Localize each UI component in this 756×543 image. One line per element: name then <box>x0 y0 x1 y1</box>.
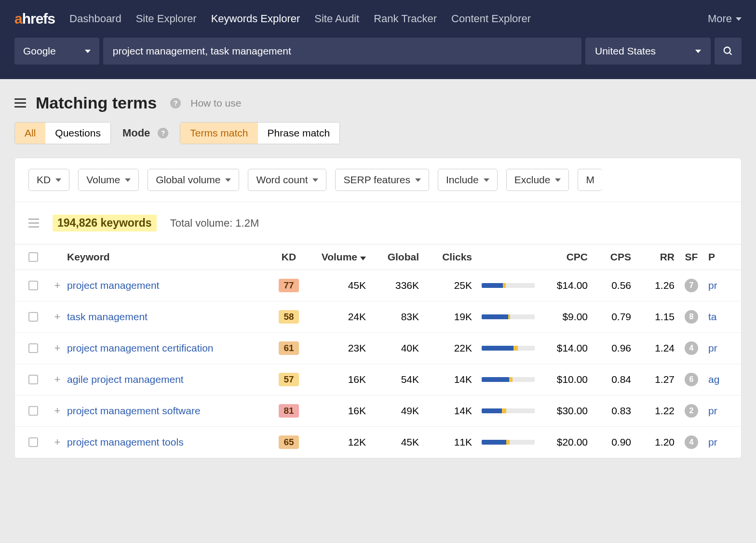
filter-exclude[interactable]: Exclude <box>506 169 569 191</box>
expand-row[interactable]: + <box>48 279 67 292</box>
keyword-link[interactable]: project management tools <box>67 436 270 448</box>
tab-all[interactable]: All <box>15 122 45 144</box>
expand-row[interactable]: + <box>48 311 67 323</box>
chevron-down-icon <box>312 178 318 182</box>
cell-parent[interactable]: ag <box>708 374 728 385</box>
row-checkbox[interactable] <box>28 281 38 290</box>
filter-include[interactable]: Include <box>438 169 498 191</box>
table-row: +project management certification6123K40… <box>15 333 741 364</box>
logo[interactable]: ahrefs <box>14 11 55 27</box>
cell-cps: 0.56 <box>588 280 631 291</box>
col-cpc[interactable]: CPC <box>535 251 588 263</box>
country-select[interactable]: United States <box>585 38 711 65</box>
row-checkbox[interactable] <box>28 437 38 447</box>
filter-volume[interactable]: Volume <box>78 169 139 191</box>
nav-more[interactable]: More <box>708 13 742 25</box>
keyword-link[interactable]: project management <box>67 280 270 291</box>
sort-desc-icon <box>360 257 366 260</box>
col-volume[interactable]: Volume <box>308 251 366 263</box>
row-checkbox[interactable] <box>28 312 38 322</box>
col-sf[interactable]: SF <box>675 251 708 263</box>
filter-m[interactable]: M <box>578 169 602 191</box>
col-parent[interactable]: P <box>708 251 728 263</box>
cell-parent[interactable]: pr <box>708 436 728 448</box>
sf-badge[interactable]: 4 <box>685 435 698 449</box>
cell-parent[interactable]: ta <box>708 311 728 323</box>
filter-kd[interactable]: KD <box>28 169 69 191</box>
cell-global: 49K <box>366 405 419 417</box>
filter-word-count[interactable]: Word count <box>248 169 326 191</box>
keyword-link[interactable]: task management <box>67 311 270 323</box>
filter-serp-features[interactable]: SERP features <box>335 169 429 191</box>
nav-site-audit[interactable]: Site Audit <box>314 13 359 25</box>
cell-clicks: 25K <box>419 280 472 291</box>
sf-badge[interactable]: 4 <box>685 341 698 355</box>
columns-toggle[interactable] <box>28 218 39 228</box>
chevron-down-icon <box>695 50 701 53</box>
chevron-down-icon <box>225 178 231 182</box>
help-icon[interactable]: ? <box>158 128 168 138</box>
nav-content-explorer[interactable]: Content Explorer <box>451 13 531 25</box>
col-global[interactable]: Global <box>366 251 419 263</box>
cell-rr: 1.26 <box>631 280 675 291</box>
keyword-input[interactable] <box>103 38 581 65</box>
nav-keywords-explorer[interactable]: Keywords Explorer <box>211 13 300 25</box>
tab-group-mode: Terms match Phrase match <box>180 122 340 144</box>
how-to-use-link[interactable]: How to use <box>190 97 241 109</box>
search-icon <box>723 46 733 56</box>
row-checkbox[interactable] <box>28 406 38 416</box>
tab-questions[interactable]: Questions <box>45 122 110 144</box>
search-button[interactable] <box>715 38 742 65</box>
nav-site-explorer[interactable]: Site Explorer <box>136 13 197 25</box>
chevron-down-icon <box>415 178 421 182</box>
nav-dashboard[interactable]: Dashboard <box>69 13 122 25</box>
col-kd[interactable]: KD <box>270 251 308 263</box>
keyword-link[interactable]: project management software <box>67 405 270 417</box>
chevron-down-icon <box>85 50 91 53</box>
select-all-checkbox[interactable] <box>28 252 38 262</box>
main-nav: ahrefs Dashboard Site Explorer Keywords … <box>14 0 742 38</box>
sf-badge[interactable]: 6 <box>685 373 698 386</box>
cell-parent[interactable]: pr <box>708 405 728 417</box>
svg-point-0 <box>724 47 730 54</box>
col-clicks[interactable]: Clicks <box>419 251 472 263</box>
keyword-count: 194,826 keywords <box>53 215 157 231</box>
app-header: ahrefs Dashboard Site Explorer Keywords … <box>0 0 756 79</box>
cell-parent[interactable]: pr <box>708 280 728 291</box>
clicks-bar <box>472 440 535 445</box>
table-row: +project management tools6512K45K11K$20.… <box>15 427 741 458</box>
sf-badge[interactable]: 8 <box>685 310 698 324</box>
tab-terms-match[interactable]: Terms match <box>180 122 257 144</box>
row-checkbox[interactable] <box>28 375 38 384</box>
cell-rr: 1.15 <box>631 311 675 323</box>
help-icon[interactable]: ? <box>170 98 181 109</box>
keyword-link[interactable]: agile project management <box>67 374 270 385</box>
filter-bar: KDVolumeGlobal volumeWord countSERP feat… <box>15 158 741 202</box>
row-checkbox[interactable] <box>28 343 38 353</box>
col-keyword[interactable]: Keyword <box>67 251 270 263</box>
cell-cpc: $10.00 <box>535 374 588 385</box>
cell-global: 336K <box>366 280 419 291</box>
tab-phrase-match[interactable]: Phrase match <box>258 122 340 144</box>
col-rr[interactable]: RR <box>631 251 675 263</box>
cell-volume: 16K <box>308 405 366 417</box>
nav-rank-tracker[interactable]: Rank Tracker <box>374 13 437 25</box>
sf-badge[interactable]: 7 <box>685 279 698 292</box>
sidebar-toggle[interactable] <box>14 98 26 108</box>
clicks-bar <box>472 314 535 319</box>
filter-global-volume[interactable]: Global volume <box>148 169 239 191</box>
expand-row[interactable]: + <box>48 342 67 354</box>
results-panel: KDVolumeGlobal volumeWord countSERP feat… <box>14 158 742 459</box>
cell-parent[interactable]: pr <box>708 342 728 354</box>
col-cps[interactable]: CPS <box>588 251 631 263</box>
engine-select[interactable]: Google <box>14 38 99 65</box>
sf-badge[interactable]: 2 <box>685 404 698 418</box>
cell-volume: 23K <box>308 342 366 354</box>
page-header: Matching terms ? How to use <box>0 79 756 122</box>
expand-row[interactable]: + <box>48 405 67 417</box>
chevron-down-icon <box>484 178 489 182</box>
cell-rr: 1.27 <box>631 374 675 385</box>
keyword-link[interactable]: project management certification <box>67 342 270 354</box>
expand-row[interactable]: + <box>48 436 67 448</box>
expand-row[interactable]: + <box>48 373 67 386</box>
